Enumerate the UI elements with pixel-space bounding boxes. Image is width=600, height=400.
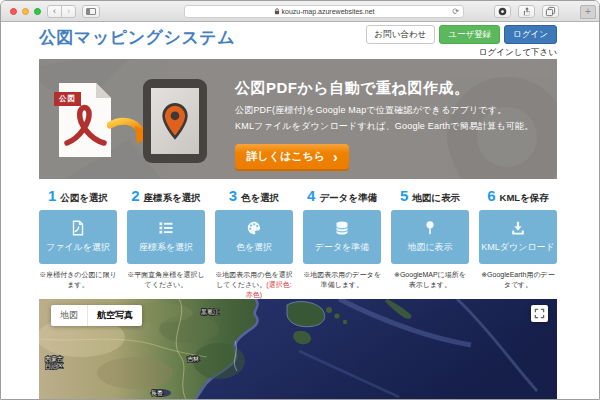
url-bar[interactable]: kouzu-map.azurewebsites.net ⟳ (184, 5, 464, 18)
map-label-inner-mongolia-2: 自治区 (45, 362, 63, 370)
step-title: KMLを保存 (500, 192, 549, 205)
map-pin-icon (161, 101, 189, 141)
pdf-document-icon: 公図 (59, 83, 111, 157)
extension-icon (497, 6, 508, 17)
register-button[interactable]: ユーザ登録 (439, 25, 500, 44)
login-hint: ログインして下さい (479, 47, 557, 59)
new-tab-button[interactable]: + (580, 5, 596, 19)
sidebar-icon (86, 8, 96, 15)
fullscreen-button[interactable] (531, 305, 548, 322)
kml-download-button[interactable]: KMLダウンロード (479, 210, 557, 264)
step-title: 地図に表示 (412, 192, 460, 205)
step-title: 公図を選択 (60, 192, 108, 205)
extension-button[interactable] (494, 5, 511, 18)
palette-icon (246, 220, 262, 236)
step-button-label: 座標系を選択 (139, 241, 193, 254)
step-number: 6 (487, 187, 495, 204)
list-icon (158, 220, 174, 236)
step-note: ※GoogleEarth用のデータです。 (479, 270, 557, 290)
share-button[interactable] (518, 5, 535, 18)
show-on-map-button[interactable]: 地図に表示 (391, 210, 469, 264)
step-number: 5 (400, 187, 408, 204)
step-note: ※地図表示用の色を選択してください。(選択色:赤色) (215, 270, 293, 300)
window-close-button[interactable] (10, 8, 17, 15)
hero-line-2: KMLファイルをダウンロードすれば、Google Earthで簡易計算も可能。 (235, 120, 551, 133)
tablet-icon (143, 79, 207, 163)
select-crs-button[interactable]: 座標系を選択 (127, 210, 205, 264)
map-type-map-button[interactable]: 地図 (51, 305, 87, 326)
contact-button[interactable]: お問い合わせ (366, 25, 436, 44)
map-pin-icon (422, 220, 438, 236)
step-column-4: 4 データを準備 データを準備 ※地図表示用のデータを準備します。 (303, 187, 381, 300)
step-number: 2 (131, 187, 139, 204)
step-title: 色を選択 (241, 192, 279, 205)
tabs-overview-button[interactable] (542, 5, 559, 18)
page-title: 公図マッピングシステム (39, 26, 235, 49)
pdf-badge: 公図 (54, 92, 81, 106)
tablet-screen (151, 88, 199, 154)
step-note: ※GoogleMAPに場所を表示します。 (391, 270, 469, 290)
step-column-1: 1 公図を選択 ファイルを選択 ※座標付きの公図に限ります。 (39, 187, 117, 300)
step-note: ※座標付きの公図に限ります。 (39, 270, 117, 290)
step-column-6: 6 KMLを保存 KMLダウンロード ※GoogleEarth用のデータです。 (479, 187, 557, 300)
login-button[interactable]: ログイン (504, 25, 557, 44)
map-label-changchun: 長春 (151, 390, 163, 397)
details-button-label: 詳しくはこちら (246, 149, 325, 164)
map-label-jilin: 吉林 (187, 356, 200, 363)
details-button[interactable]: 詳しくはこちら › (235, 144, 349, 169)
map-type-control: 地図 航空写真 (51, 305, 142, 326)
chevron-right-icon: › (333, 150, 338, 164)
select-file-button[interactable]: ファイルを選択 (39, 210, 117, 264)
step-button-label: 地図に表示 (407, 241, 452, 254)
forward-button[interactable]: › (61, 5, 76, 18)
step-button-label: ファイルを選択 (46, 241, 110, 254)
map-type-satellite-button[interactable]: 航空写真 (88, 305, 142, 326)
step-number: 4 (307, 187, 315, 204)
browser-window: ‹ › kouzu-map.azurewebsites.net ⟳ + 公図マッ… (0, 0, 600, 400)
window-zoom-button[interactable] (34, 8, 41, 15)
nav-buttons: ‹ › (47, 5, 76, 18)
step-button-label: データを準備 (315, 241, 370, 254)
step-column-2: 2 座標系を選択 座標系を選択 ※平面直角座標を選択してください。 (127, 187, 205, 300)
map-label-inner-mongolia-1: 内蒙古 (45, 356, 63, 363)
hero-banner: 公図 (39, 59, 557, 179)
step-column-3: 3 色を選択 色を選択 ※地図表示用の色を選択してください。(選択色:赤色) (215, 187, 293, 300)
download-icon (510, 220, 526, 236)
step-title: データを準備 (319, 192, 377, 205)
step-note: ※地図表示用のデータを準備します。 (303, 270, 381, 290)
map-label-heilongjiang: 黒竜江 (201, 308, 219, 315)
select-color-button[interactable]: 色を選択 (215, 210, 293, 264)
hero-line-1: 公図PDF(座標付)をGoogle Mapで位置確認ができるアプリです。 (235, 104, 551, 117)
window-minimize-button[interactable] (22, 8, 29, 15)
step-button-label: KMLダウンロード (481, 241, 555, 254)
step-title: 座標系を選択 (144, 192, 201, 205)
browser-chrome: ‹ › kouzu-map.azurewebsites.net ⟳ + (1, 1, 599, 22)
back-button[interactable]: ‹ (47, 5, 62, 18)
steps-section: 1 公図を選択 ファイルを選択 ※座標付きの公図に限ります。 2 座標系を選択 (39, 187, 557, 300)
url-text: kouzu-map.azurewebsites.net (282, 8, 375, 15)
lock-icon (274, 8, 280, 15)
fullscreen-icon (534, 308, 545, 319)
share-icon (522, 6, 532, 17)
tabs-icon (545, 6, 556, 17)
sidebar-toggle-button[interactable] (82, 5, 100, 18)
step-number: 1 (48, 187, 56, 204)
reload-button[interactable]: ⟳ (452, 7, 459, 16)
map-canvas[interactable]: 黒竜江 吉林 内蒙古 自治区 長春 地図 航空写真 (39, 299, 557, 400)
step-number: 3 (229, 187, 237, 204)
hero-copy: 公図PDFから自動で重ね図作成。 公図PDF(座標付)をGoogle Mapで位… (235, 79, 551, 133)
step-note: ※平面直角座標を選択してください。 (127, 270, 205, 290)
step-button-label: 色を選択 (236, 241, 272, 254)
prepare-data-button[interactable]: データを準備 (303, 210, 381, 264)
database-icon (334, 220, 350, 236)
step-column-5: 5 地図に表示 地図に表示 ※GoogleMAPに場所を表示します。 (391, 187, 469, 300)
hero-title: 公図PDFから自動で重ね図作成。 (235, 79, 551, 98)
window-controls (10, 8, 41, 15)
header-buttons: お問い合わせ ユーザ登録 ログイン (366, 25, 558, 44)
pdf-file-icon (70, 220, 86, 236)
